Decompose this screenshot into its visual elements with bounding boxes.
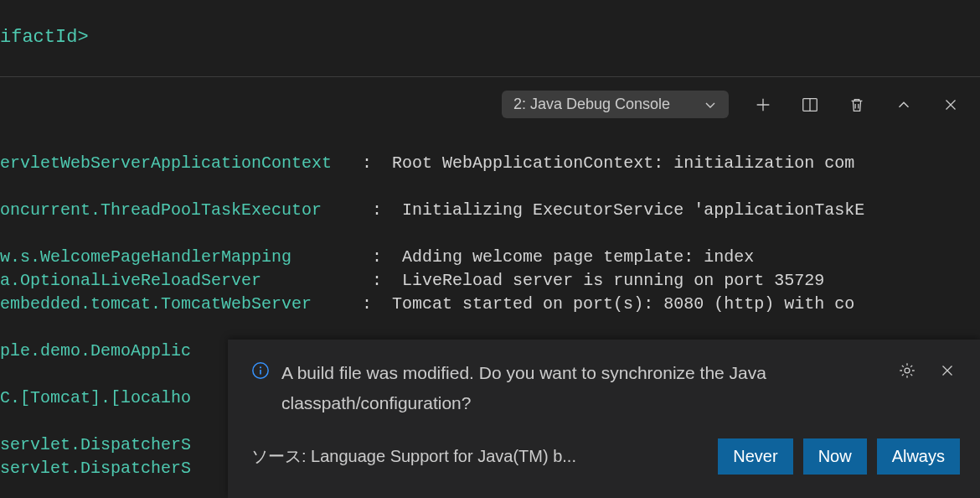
now-button[interactable]: Now [803,438,867,475]
notification-message: A build file was modified. Do you want t… [281,358,883,418]
log-separator: : [322,199,402,222]
maximize-panel-button[interactable] [891,92,916,117]
log-line: a.OptionalLiveReloadServer : LiveReload … [0,269,980,293]
logger-name: servlet.DispatcherS [0,457,191,480]
kill-terminal-button[interactable] [844,92,869,117]
info-icon [251,361,270,380]
logger-name: embedded.tomcat.TomcatWebServer [0,293,312,316]
split-terminal-button[interactable] [797,92,823,117]
log-separator: : [291,246,402,269]
chevron-down-icon [704,98,717,112]
xml-tag-fragment: ifactId> [0,27,89,48]
log-line: embedded.tomcat.TomcatWebServer : Tomcat… [0,293,980,316]
log-message: Adding welcome page template: index [402,246,754,269]
log-separator: : [261,269,402,293]
log-line: oncurrent.ThreadPoolTaskExecutor : Initi… [0,199,980,222]
log-line: ervletWebServerApplicationContext : Root… [0,152,980,175]
always-button[interactable]: Always [877,438,960,475]
close-icon [938,361,957,380]
notification-settings-button[interactable] [895,358,920,383]
split-icon [801,96,819,114]
editor-area: ifactId> [0,0,980,77]
chevron-up-icon [895,96,913,114]
never-button[interactable]: Never [718,438,792,475]
logger-name: a.OptionalLiveReloadServer [0,269,261,293]
new-terminal-button[interactable] [750,92,776,117]
close-icon [941,96,960,114]
gear-icon [898,361,916,380]
log-message: Root WebApplicationContext: initializati… [392,152,854,175]
terminal-selector-label: 2: Java Debug Console [513,96,670,113]
notification-source: ソース: Language Support for Java(TM) b... [251,445,576,468]
log-separator: : [332,152,392,175]
trash-icon [848,96,866,114]
log-separator: : [312,293,392,316]
terminal-selector[interactable]: 2: Java Debug Console [502,91,729,118]
svg-point-3 [260,366,261,368]
notification-toast: A build file was modified. Do you want t… [228,340,980,498]
close-panel-button[interactable] [938,92,963,117]
svg-point-5 [905,368,910,373]
logger-name: C.[Tomcat].[localho [0,386,191,410]
terminal-panel-header: 2: Java Debug Console [0,77,980,128]
log-message: LiveReload server is running on port 357… [402,269,824,293]
logger-name: ple.demo.DemoApplic [0,340,191,363]
log-message: Tomcat started on port(s): 8080 (http) w… [392,293,854,316]
log-message: Initializing ExecutorService 'applicatio… [402,199,864,222]
logger-name: servlet.DispatcherS [0,433,191,457]
logger-name: w.s.WelcomePageHandlerMapping [0,246,291,269]
code-line: ifactId> [0,25,980,50]
logger-name: oncurrent.ThreadPoolTaskExecutor [0,199,322,222]
log-line: w.s.WelcomePageHandlerMapping : Adding w… [0,246,980,269]
plus-icon [754,96,772,114]
logger-name: ervletWebServerApplicationContext [0,152,332,175]
notification-close-button[interactable] [935,358,960,383]
